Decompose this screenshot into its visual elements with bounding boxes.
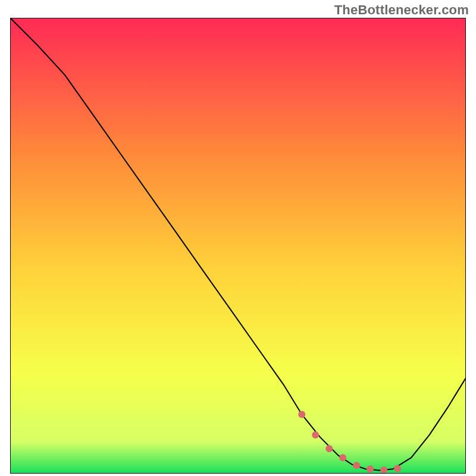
- highlight-dot: [298, 411, 305, 418]
- highlight-dot: [367, 465, 374, 472]
- watermark-text: TheBottlenecker.com: [334, 2, 469, 18]
- highlight-dot: [339, 454, 346, 461]
- highlight-dot: [312, 431, 319, 439]
- highlight-dot: [394, 465, 401, 472]
- highlight-dot: [380, 466, 387, 474]
- bottleneck-chart: [10, 18, 466, 474]
- chart-svg: [10, 18, 466, 474]
- highlight-dot: [325, 445, 333, 452]
- highlight-dot: [353, 462, 360, 469]
- gradient-background: [10, 18, 466, 474]
